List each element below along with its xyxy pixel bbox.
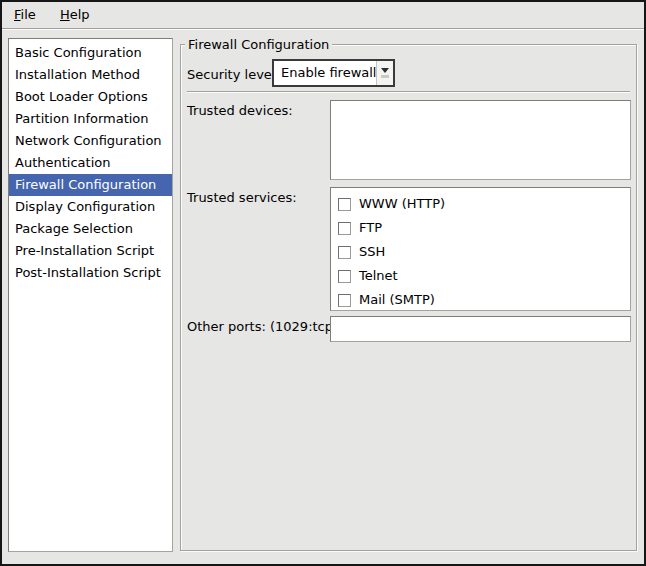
menu-bar: File Help: [2, 2, 644, 29]
sidebar-item-authentication[interactable]: Authentication: [9, 152, 172, 174]
checkbox-ftp[interactable]: [338, 222, 351, 235]
other-ports-input[interactable]: [330, 316, 631, 342]
service-label: SSH: [359, 245, 385, 259]
service-label: Telnet: [359, 269, 398, 283]
service-row-ssh[interactable]: SSH: [331, 240, 630, 264]
checkbox-www-http[interactable]: [338, 198, 351, 211]
trusted-devices-label: Trusted devices:: [187, 103, 293, 118]
category-list: Basic Configuration Installation Method …: [8, 38, 173, 552]
service-row-ftp[interactable]: FTP: [331, 216, 630, 240]
trusted-devices-list[interactable]: [330, 100, 631, 180]
sidebar-item-post-installation-script[interactable]: Post-Installation Script: [9, 262, 172, 284]
frame-title: Firewall Configuration: [185, 36, 332, 53]
checkbox-mail-smtp[interactable]: [338, 294, 351, 307]
sidebar-item-network-configuration[interactable]: Network Configuration: [9, 130, 172, 152]
other-ports-label: Other ports: (1029:tcp): [187, 319, 338, 334]
sidebar-item-partition-information[interactable]: Partition Information: [9, 108, 172, 130]
sidebar-item-basic-configuration[interactable]: Basic Configuration: [9, 42, 172, 64]
service-label: FTP: [359, 221, 382, 235]
security-level-label: Security level:: [187, 67, 280, 82]
sidebar-item-firewall-configuration[interactable]: Firewall Configuration: [9, 174, 172, 196]
service-label: WWW (HTTP): [359, 197, 445, 211]
sidebar-item-installation-method[interactable]: Installation Method: [9, 64, 172, 86]
security-level-dropdown[interactable]: Enable firewall: [272, 59, 395, 87]
service-label: Mail (SMTP): [359, 293, 435, 307]
service-row-mail-smtp[interactable]: Mail (SMTP): [331, 288, 630, 311]
checkbox-ssh[interactable]: [338, 246, 351, 259]
sidebar-item-boot-loader-options[interactable]: Boot Loader Options: [9, 86, 172, 108]
dropdown-arrow-icon: [376, 61, 393, 85]
sidebar-item-display-configuration[interactable]: Display Configuration: [9, 196, 172, 218]
security-level-value: Enable firewall: [274, 61, 376, 85]
kickstart-configurator-window: File Help Basic Configuration Installati…: [0, 0, 646, 566]
sidebar-item-package-selection[interactable]: Package Selection: [9, 218, 172, 240]
firewall-configuration-frame: Firewall Configuration Security level: E…: [180, 44, 637, 551]
trusted-services-list: WWW (HTTP) FTP SSH Telnet Mail (SMTP): [330, 187, 631, 311]
trusted-services-label: Trusted services:: [187, 190, 297, 205]
menu-file[interactable]: File: [4, 2, 46, 28]
menu-help[interactable]: Help: [50, 2, 100, 28]
horizontal-separator: [187, 91, 630, 92]
sidebar-item-pre-installation-script[interactable]: Pre-Installation Script: [9, 240, 172, 262]
checkbox-telnet[interactable]: [338, 270, 351, 283]
service-row-telnet[interactable]: Telnet: [331, 264, 630, 288]
service-row-www-http[interactable]: WWW (HTTP): [331, 192, 630, 216]
